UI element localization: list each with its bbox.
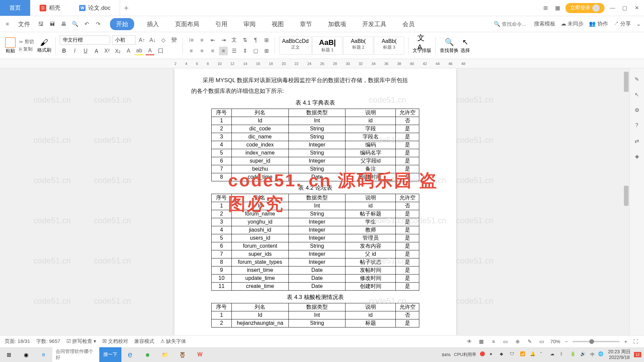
help-tool-icon[interactable]: ? [633, 121, 641, 129]
tab-document[interactable]: W 论文.doc [70, 0, 120, 16]
vertical-scrollbar[interactable] [623, 68, 629, 345]
italic-button[interactable]: I [70, 47, 79, 55]
menu-0[interactable]: 开始 [110, 18, 134, 30]
superscript-button[interactable]: X² [103, 47, 111, 55]
close-button[interactable]: ✕ [633, 4, 641, 12]
maximize-button[interactable]: ▢ [621, 4, 629, 12]
document-page[interactable]: 采用 MYSQL 数据库对该新冠病毒校园监控平台的数据进行存储，数据库中所包括 … [174, 68, 456, 337]
apps-icon[interactable]: ▦ [553, 4, 561, 12]
tab-home[interactable]: 首页 [0, 0, 30, 16]
show-marks-button[interactable]: ¶ [251, 36, 260, 45]
menu-file[interactable]: 文件 [15, 18, 34, 30]
select-button[interactable]: ↖ 选择 [461, 38, 470, 54]
save-icon[interactable]: 🖫 [37, 20, 45, 28]
cut-button[interactable]: ✂ 剪切 [19, 39, 34, 45]
view-outline-icon[interactable]: ≡ [490, 338, 497, 345]
find-replace-button[interactable]: 🔍 查找替换 [440, 38, 459, 54]
zoom-fit-icon[interactable]: ▭ [538, 338, 545, 345]
tray-battery-icon[interactable]: 🔋 [570, 351, 577, 358]
tabs-button[interactable]: ⊞ [262, 36, 271, 45]
tray-icon-1[interactable]: 🔴 [480, 351, 486, 358]
distribute-button[interactable]: ☰ [230, 47, 238, 55]
fullscreen-icon[interactable]: ⛶ [632, 338, 639, 345]
tray-bell-icon[interactable]: 🔔 [530, 351, 537, 358]
tray-icon-2[interactable]: ● [490, 351, 496, 358]
select-tool-icon[interactable]: ↖ [633, 90, 641, 99]
menu-5[interactable]: 视图 [268, 18, 287, 30]
align-right-button[interactable]: ≡ [208, 47, 217, 55]
font-name-select[interactable]: 华文行楷 [60, 36, 110, 45]
tray-globe-icon[interactable]: 🌐 [598, 351, 605, 358]
view-page-icon[interactable]: ▦ [478, 338, 485, 345]
taskbar-search[interactable]: 合同管理软件哪个好 [52, 347, 99, 362]
font-size-select[interactable]: 小初 [112, 36, 136, 45]
tray-shield-icon[interactable]: 🛡 [510, 351, 517, 358]
tray-icon-3[interactable]: ◆ [500, 351, 506, 358]
tray-onedrive-icon[interactable]: ☁ [550, 351, 557, 358]
ruler[interactable]: 2468101214161820222426283032343638404244… [0, 59, 644, 68]
zoom-slider[interactable] [573, 341, 620, 342]
copy-button[interactable]: ⎘ 复制 [19, 46, 34, 52]
numbering-button[interactable]: ≡ [198, 36, 206, 45]
explorer-icon[interactable]: 📁 [156, 347, 174, 362]
redo-icon[interactable]: ↷ [94, 20, 102, 28]
spell-check[interactable]: ☑ 拼写检查 ▾ [66, 338, 96, 345]
start-button[interactable]: ⊞ [0, 347, 17, 362]
ie-app-icon[interactable]: e [121, 347, 139, 362]
format-painter-button[interactable]: 🖌 格式刷 [37, 38, 51, 53]
settings-tool-icon[interactable]: ⚙ [633, 106, 641, 114]
sync-status[interactable]: ☁ 未同步 [561, 20, 584, 27]
share-link[interactable]: ↗ 分享 [613, 20, 631, 27]
menu-9[interactable]: 会员 [399, 18, 418, 30]
menu-6[interactable]: 章节 [297, 18, 315, 30]
clear-format-button[interactable]: ◇ [159, 36, 168, 45]
taskbar-clock[interactable]: 20:23 周日 2022/9/18 [608, 349, 631, 360]
scroll-thumb[interactable] [624, 72, 629, 92]
char-border-button[interactable]: 囗 [156, 47, 165, 55]
bold-button[interactable]: B [60, 47, 68, 55]
undo-icon[interactable]: ↶ [83, 20, 91, 28]
menu-4[interactable]: 审阅 [240, 18, 259, 30]
view-read-icon[interactable]: ⊕ [514, 338, 521, 345]
underline-button[interactable]: U [81, 47, 90, 55]
style-0[interactable]: AaBbCcDd正文 [279, 37, 312, 55]
menu-chevron-icon[interactable]: ⌄ [636, 21, 641, 27]
menu-2[interactable]: 页面布局 [172, 18, 203, 30]
strike-button[interactable]: A̵ [92, 47, 101, 55]
align-justify-button[interactable]: ≡ [219, 47, 228, 55]
tab-docer[interactable]: D 稻壳 [30, 0, 70, 16]
bullets-button[interactable]: ⁝≡ [187, 36, 196, 45]
missing-font[interactable]: ⚠ 缺失字体 [160, 338, 186, 345]
translate-tool-icon[interactable]: ⇄ [633, 137, 641, 145]
command-search[interactable]: 🔍 [494, 21, 529, 27]
save-as-icon[interactable]: 🖬 [48, 20, 56, 28]
indent-inc-button[interactable]: ⇥ [219, 36, 228, 45]
app-owl-icon[interactable]: 🦉 [174, 347, 191, 362]
scroll-thumb-2[interactable] [624, 186, 629, 206]
collab-link[interactable]: 👥 协作 [589, 20, 608, 27]
tray-chevron-icon[interactable]: ˄ [540, 351, 547, 358]
menu-8[interactable]: 开发工具 [359, 18, 390, 30]
word-count[interactable]: 字数: 9657 [36, 338, 60, 345]
indent-dec-button[interactable]: ⇤ [208, 36, 217, 45]
cortana-icon[interactable]: ◉ [17, 347, 35, 362]
phonetic-button[interactable]: 變 [170, 36, 178, 45]
command-search-input[interactable] [502, 21, 529, 27]
font-color-button[interactable]: A [146, 47, 154, 55]
line-spacing-button[interactable]: ⇕ [240, 47, 249, 55]
wps-app-icon[interactable]: W [191, 347, 209, 362]
subscript-button[interactable]: X₂ [113, 47, 122, 55]
menu-1[interactable]: 插入 [144, 18, 162, 30]
text-layout-button[interactable]: 文A 文字排版 [413, 38, 431, 54]
diamond-tool-icon[interactable]: ◈ [633, 152, 641, 160]
hamburger-icon[interactable]: ≡ [3, 20, 11, 28]
annotate-icon[interactable]: ✎ [526, 338, 533, 345]
page-indicator[interactable]: 页面: 18/31 [5, 338, 30, 345]
taskbar-search-button[interactable]: 搜一下 [99, 347, 121, 362]
tray-speaker-icon[interactable]: 🔊 [580, 351, 587, 358]
doc-check[interactable]: ☒ 文档校对 [102, 338, 128, 345]
login-button[interactable]: 立即登录 [566, 3, 604, 13]
tray-wifi-icon[interactable]: 📶 [520, 351, 527, 358]
font-grow-button[interactable]: A↑ [138, 36, 146, 45]
zoom-in-button[interactable]: + [624, 339, 627, 344]
